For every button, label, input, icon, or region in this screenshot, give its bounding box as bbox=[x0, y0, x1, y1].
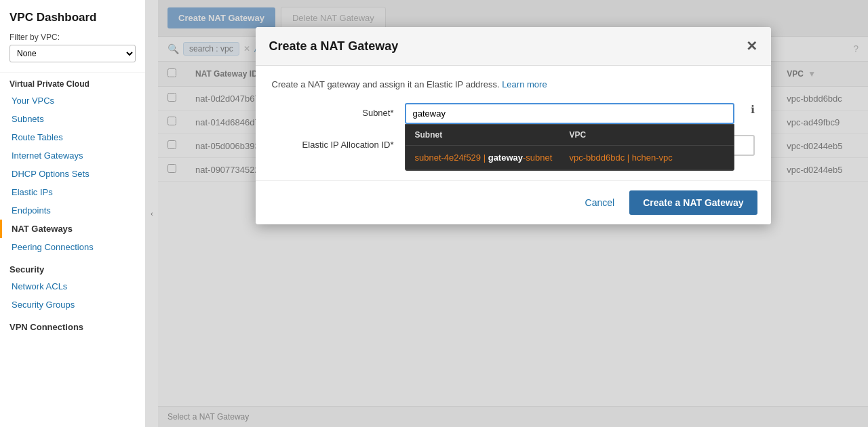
sidebar-item-security-groups[interactable]: Security Groups bbox=[0, 296, 145, 314]
main-content: Create NAT Gateway Delete NAT Gateway 🔍 … bbox=[158, 0, 868, 427]
sidebar-item-network-acls[interactable]: Network ACLs bbox=[0, 277, 145, 296]
sidebar-item-elastic-ips[interactable]: Elastic IPs bbox=[0, 183, 145, 201]
sidebar-item-peering-connections[interactable]: Peering Connections bbox=[0, 238, 145, 256]
subnet-dropdown: Subnet VPC subnet-4e24f529 | gateway-sub… bbox=[405, 124, 734, 171]
modal-footer: Cancel Create a NAT Gateway bbox=[256, 180, 771, 224]
subnet-bold: gateway bbox=[488, 152, 523, 163]
virtual-private-cloud-heading: Virtual Private Cloud bbox=[0, 72, 145, 92]
vpn-connections-heading: VPN Connections bbox=[0, 315, 145, 335]
dropdown-vpc-value: vpc-bbdd6bdc | hchen-vpc bbox=[570, 152, 724, 163]
modal-description: Create a NAT gateway and assign it an El… bbox=[272, 79, 755, 89]
modal-header: Create a NAT Gateway ✕ bbox=[256, 27, 771, 66]
vpc-sep: | bbox=[625, 152, 632, 163]
filter-section: Filter by VPC: None bbox=[0, 30, 145, 69]
modal-close-button[interactable]: ✕ bbox=[746, 38, 757, 54]
dropdown-col-vpc-label: VPC bbox=[570, 130, 724, 140]
dropdown-col-subnet-label: Subnet bbox=[415, 130, 570, 140]
sidebar-item-route-tables[interactable]: Route Tables bbox=[0, 128, 145, 146]
subnet-suffix: -subnet bbox=[523, 152, 552, 163]
dropdown-header: Subnet VPC bbox=[406, 125, 734, 146]
vpc-suffix: hchen-vpc bbox=[632, 152, 673, 163]
elastic-ip-label: Elastic IP Allocation ID* bbox=[272, 135, 394, 150]
sidebar-title: VPC Dashboard bbox=[0, 0, 145, 30]
subnet-prefix: subnet-4e24f529 bbox=[415, 152, 481, 163]
modal-title: Create a NAT Gateway bbox=[269, 39, 399, 54]
filter-label: Filter by VPC: bbox=[9, 33, 136, 42]
modal-overlay: Create a NAT Gateway ✕ Create a NAT gate… bbox=[158, 0, 868, 427]
cancel-button[interactable]: Cancel bbox=[577, 192, 623, 214]
learn-more-link[interactable]: Learn more bbox=[502, 79, 547, 89]
create-nat-gateway-modal: Create a NAT Gateway ✕ Create a NAT gate… bbox=[256, 27, 771, 224]
sidebar: VPC Dashboard Filter by VPC: None Virtua… bbox=[0, 0, 146, 427]
sidebar-item-your-vpcs[interactable]: Your VPCs bbox=[0, 92, 145, 110]
sidebar-item-internet-gateways[interactable]: Internet Gateways bbox=[0, 146, 145, 165]
subnet-input[interactable] bbox=[405, 103, 734, 124]
filter-vpc-select[interactable]: None bbox=[9, 45, 136, 62]
sidebar-item-endpoints[interactable]: Endpoints bbox=[0, 201, 145, 220]
subnet-form-row: Subnet* Subnet VPC bbox=[272, 103, 755, 124]
security-heading: Security bbox=[0, 258, 145, 277]
sidebar-item-nat-gateways[interactable]: NAT Gateways bbox=[0, 220, 145, 238]
dropdown-subnet-value: subnet-4e24f529 | gateway-subnet bbox=[415, 152, 570, 163]
create-nat-gateway-modal-button[interactable]: Create a NAT Gateway bbox=[629, 190, 757, 215]
sidebar-toggle[interactable]: ‹ bbox=[146, 0, 158, 427]
sidebar-item-subnets[interactable]: Subnets bbox=[0, 110, 145, 128]
subnet-sep: | bbox=[481, 152, 488, 163]
subnet-label: Subnet* bbox=[272, 103, 394, 118]
vpc-prefix: vpc-bbdd6bdc bbox=[570, 152, 625, 163]
modal-body: Create a NAT gateway and assign it an El… bbox=[256, 66, 771, 180]
sidebar-item-dhcp-options[interactable]: DHCP Options Sets bbox=[0, 165, 145, 183]
subnet-info-icon[interactable]: ℹ bbox=[751, 103, 755, 116]
dropdown-item[interactable]: subnet-4e24f529 | gateway-subnet vpc-bbd… bbox=[406, 146, 734, 170]
subnet-field: Subnet VPC subnet-4e24f529 | gateway-sub… bbox=[405, 103, 734, 124]
